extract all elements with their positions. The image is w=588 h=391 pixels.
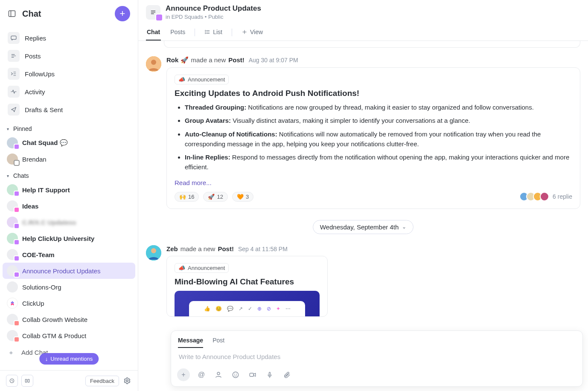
svg-rect-7	[25, 379, 27, 382]
channel-label: Collab GTM & Product	[22, 332, 86, 339]
tab-chat[interactable]: Chat	[146, 24, 161, 41]
post-header: Rok 🚀 made a new Post! Aug 30 at 9:07 PM	[166, 56, 580, 64]
announcement-tag[interactable]: 📣 Announcement	[175, 75, 229, 84]
activity-icon	[8, 86, 20, 98]
channel-icon	[7, 200, 18, 211]
nav-drafts[interactable]: Drafts & Sent	[4, 101, 134, 119]
channel-announce-product-updates[interactable]: Announce Product Updates	[3, 263, 135, 279]
channel-help-clickup-university[interactable]: Help ClickUp University	[3, 230, 135, 246]
panel-toggle-icon[interactable]	[8, 9, 16, 18]
post: Rok 🚀 made a new Post! Aug 30 at 9:07 PM…	[138, 48, 588, 209]
post: Zeb made a new Post! Sep 4 at 11:58 PM 📣…	[138, 237, 588, 317]
tab-list[interactable]: List	[204, 24, 223, 41]
svg-point-25	[217, 372, 220, 375]
file-button[interactable]	[281, 369, 292, 380]
reaction-button[interactable]: 🚀12	[203, 192, 227, 202]
channel-collab-gtm-product[interactable]: Collab GTM & Product	[3, 327, 135, 344]
previous-card-edge	[164, 41, 580, 48]
svg-rect-31	[269, 372, 271, 376]
channel-help-it-support[interactable]: Help IT Support	[3, 182, 135, 198]
tab-add-view[interactable]: View	[241, 24, 264, 41]
post-timestamp: Sep 4 at 11:58 PM	[238, 246, 288, 252]
post-card[interactable]: 📣 Announcement Mind-Blowing AI Chat Feat…	[166, 256, 328, 317]
channel-icon	[7, 330, 18, 341]
layout-button[interactable]	[21, 375, 33, 387]
pinned-section-header[interactable]: ▾ Pinned	[0, 120, 138, 135]
svg-rect-2	[11, 36, 16, 39]
settings-button[interactable]	[122, 376, 132, 385]
posts-icon	[8, 50, 20, 62]
replies-count[interactable]: 6 replie	[553, 193, 572, 200]
preview-toolbar: 👍😊💬↗✓⊕⊘✦⋯	[189, 301, 305, 316]
date-pill[interactable]: Wednesday, September 4th ⌄	[313, 220, 414, 234]
nav-followups[interactable]: FollowUps	[4, 65, 134, 83]
svg-marker-30	[253, 373, 256, 377]
channel-hidden[interactable]: C.R/X.C Updatess	[3, 214, 135, 230]
pinned-item-brendan[interactable]: Brendan	[3, 151, 135, 167]
plus-icon	[242, 29, 247, 35]
send-icon	[8, 104, 20, 116]
post-card[interactable]: 📣 Announcement Exciting Updates to Andro…	[166, 67, 580, 209]
nav-label: Replies	[25, 35, 46, 42]
author-name[interactable]: Zeb	[166, 245, 178, 252]
channel-clickup[interactable]: ClickUp	[3, 295, 135, 311]
channel-collab-growth-website[interactable]: Collab Growth Website	[3, 311, 135, 327]
sidebar: Chat + Replies Posts FollowUps Activity	[0, 0, 138, 391]
mention-button[interactable]: @	[196, 369, 207, 380]
chats-section-header[interactable]: ▾ Chats	[0, 167, 138, 182]
sidebar-header: Chat +	[0, 0, 138, 27]
section-label: Chats	[13, 172, 29, 179]
channel-solutions-org[interactable]: Solutions-Org	[3, 279, 135, 295]
channel-label: Collab Growth Website	[22, 316, 87, 323]
author-avatar[interactable]	[146, 56, 161, 72]
svg-point-18	[205, 33, 206, 34]
new-chat-button[interactable]: +	[115, 6, 130, 21]
composer-tab-message[interactable]: Message	[178, 333, 203, 348]
header-tabs: Chat Posts List View	[146, 24, 580, 41]
channel-label: Ideas	[22, 203, 38, 210]
message-input[interactable]	[179, 353, 575, 360]
post-header: Zeb made a new Post! Sep 4 at 11:58 PM	[166, 245, 580, 252]
feedback-button[interactable]: Feedback	[85, 376, 119, 386]
reaction-button[interactable]: 🙌16	[175, 192, 199, 202]
nav-label: FollowUps	[25, 70, 55, 78]
nav-posts[interactable]: Posts	[4, 47, 134, 65]
history-button[interactable]	[6, 375, 18, 387]
audio-button[interactable]	[264, 369, 275, 380]
tab-posts[interactable]: Posts	[169, 24, 186, 41]
nav-activity[interactable]: Activity	[4, 83, 134, 101]
post-timestamp: Aug 30 at 9:07 PM	[249, 57, 298, 64]
channel-title: Announce Product Updates	[166, 4, 261, 13]
channel-label: Brendan	[22, 156, 47, 163]
video-button[interactable]	[247, 369, 258, 380]
person-button[interactable]	[213, 369, 224, 380]
channel-meta: in EPD Squads • Public	[166, 14, 261, 20]
repliers-avatars[interactable]	[522, 192, 549, 201]
composer-toolbar: + @	[171, 366, 582, 386]
avatar-icon	[7, 137, 18, 148]
svg-point-17	[205, 32, 206, 32]
composer-tab-post[interactable]: Post	[212, 333, 224, 348]
clickup-logo-icon	[7, 298, 18, 309]
reaction-button[interactable]: 🧡3	[232, 192, 253, 202]
svg-point-24	[151, 248, 156, 253]
post-title: Mind-Blowing AI Chat Features	[175, 277, 320, 287]
nav-label: Drafts & Sent	[25, 106, 63, 113]
arrow-down-icon: ↓	[45, 356, 48, 362]
channel-coe-team[interactable]: COE-Team	[3, 246, 135, 263]
author-avatar[interactable]	[146, 245, 161, 261]
attach-button[interactable]: +	[177, 368, 190, 381]
channel-label: Solutions-Org	[22, 284, 61, 291]
svg-point-9	[126, 380, 128, 382]
author-name[interactable]: Rok 🚀	[166, 56, 189, 64]
unread-mentions-pill[interactable]: ↓ Unread mentions	[39, 353, 99, 365]
read-more-link[interactable]: Read more...	[175, 179, 212, 186]
pinned-item-chat-squad[interactable]: Chat Squad 💬	[3, 135, 135, 151]
breadcrumb-space[interactable]: EPD Squads	[172, 14, 203, 20]
channel-ideas[interactable]: Ideas	[3, 198, 135, 214]
emoji-button[interactable]	[230, 369, 241, 380]
nav-replies[interactable]: Replies	[4, 29, 134, 47]
channel-icon	[7, 184, 18, 195]
channel-label: Help ClickUp University	[22, 235, 94, 242]
announcement-tag[interactable]: 📣 Announcement	[175, 263, 229, 273]
